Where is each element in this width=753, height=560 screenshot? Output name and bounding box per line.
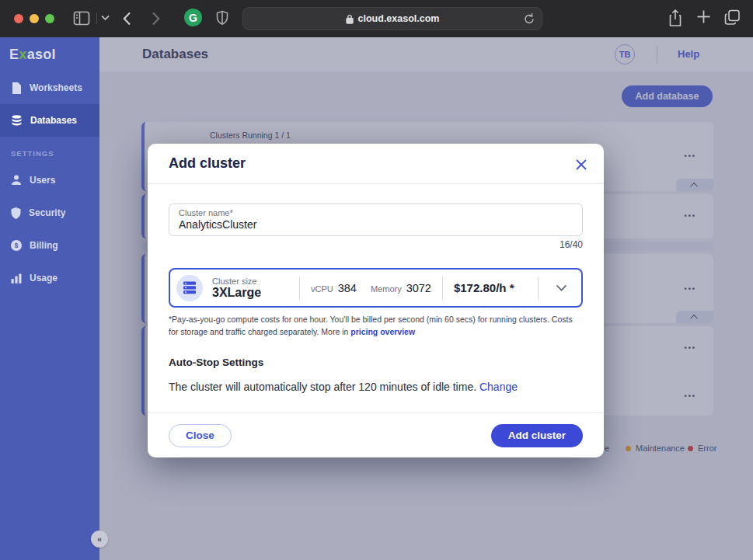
selector-divider [299, 277, 300, 300]
main-area: Databases TB Help Add database Clusters … [99, 37, 753, 560]
bar-chart-icon [11, 273, 22, 283]
exasol-logo: Exasol [0, 37, 99, 71]
cluster-size-label: Cluster size [212, 277, 288, 286]
price-value: $172.80/h * [454, 281, 514, 294]
dialog-footer: Close Add cluster [148, 412, 604, 457]
cluster-name-label: Cluster name* [179, 208, 573, 217]
lock-icon [346, 14, 354, 24]
pricing-fineprint: *Pay-as-you-go compute costs for one hou… [169, 313, 583, 339]
memory-label: Memory [371, 284, 402, 294]
pricing-overview-link[interactable]: pricing overview [350, 327, 415, 336]
cluster-size-value: 3XLarge [212, 286, 288, 300]
sidebar-item-usage[interactable]: Usage [0, 262, 99, 294]
add-cluster-button[interactable]: Add cluster [491, 424, 583, 447]
memory-spec: Memory 3072 [371, 282, 431, 294]
chevron-down-icon[interactable] [556, 284, 567, 291]
logo-text-suffix: asol [27, 47, 56, 63]
shield-icon [11, 207, 21, 219]
vcpu-label: vCPU [311, 284, 333, 294]
database-icon [11, 115, 23, 127]
vcpu-value: 384 [338, 282, 357, 294]
window-minimize-button[interactable] [30, 14, 39, 23]
add-cluster-dialog: Add cluster Cluster name* 16/40 [148, 144, 604, 457]
sidebar-item-label: Usage [30, 273, 58, 283]
close-button[interactable]: Close [169, 424, 232, 447]
privacy-shield-icon[interactable] [216, 10, 228, 26]
sidebar-item-label: Databases [30, 115, 77, 126]
sidebar-item-label: Worksheets [30, 82, 82, 93]
sidebar-item-databases[interactable]: Databases [0, 104, 99, 137]
forward-button[interactable] [152, 12, 160, 26]
page: G cloud.exasol.com [0, 0, 753, 560]
url-text: cloud.exasol.com [358, 13, 440, 24]
billing-icon: $ [11, 240, 22, 251]
autostop-text: The cluster will automatically stop afte… [169, 381, 583, 393]
sidebar-collapse-button[interactable]: « [91, 530, 108, 548]
selector-divider [538, 277, 539, 300]
sidebar-item-label: Security [29, 207, 65, 218]
dialog-title: Add cluster [169, 155, 246, 172]
close-icon[interactable] [573, 156, 590, 173]
autostop-change-link[interactable]: Change [479, 381, 518, 393]
user-icon [11, 175, 22, 186]
refresh-icon[interactable] [524, 12, 535, 28]
sidebar-item-label: Billing [30, 240, 58, 251]
char-counter: 16/40 [169, 239, 583, 250]
worksheet-icon [11, 82, 22, 94]
back-button[interactable] [123, 12, 131, 26]
window-zoom-button[interactable] [45, 14, 54, 23]
sidebar-item-worksheets[interactable]: Worksheets [0, 71, 99, 104]
cluster-size-icon [176, 275, 203, 301]
browser-chrome: G cloud.exasol.com [0, 0, 753, 37]
tab-overview-icon[interactable] [724, 9, 741, 26]
share-icon[interactable] [668, 9, 682, 27]
new-tab-icon[interactable] [696, 9, 711, 24]
sidebar-item-users[interactable]: Users [0, 164, 99, 197]
svg-text:$: $ [14, 242, 18, 249]
memory-value: 3072 [406, 282, 431, 294]
sidebar-item-billing[interactable]: $ Billing [0, 229, 99, 262]
sidebar-toggle-icon[interactable] [73, 11, 90, 26]
dialog-header: Add cluster [148, 144, 604, 184]
autostop-heading: Auto-Stop Settings [169, 357, 583, 368]
autostop-sentence: The cluster will automatically stop afte… [169, 381, 479, 393]
logo-x: x [19, 47, 26, 63]
sidebar-section-settings: SETTINGS [11, 149, 99, 158]
sidebar: Exasol Worksheets Databases SETTINGS [0, 37, 99, 560]
address-bar[interactable]: cloud.exasol.com [242, 7, 542, 30]
window-close-button[interactable] [14, 14, 23, 23]
sidebar-item-security[interactable]: Security [0, 197, 99, 229]
chevron-down-icon[interactable] [101, 15, 110, 21]
selector-divider [442, 277, 443, 300]
cluster-name-input[interactable] [179, 217, 573, 231]
cluster-size-select[interactable]: Cluster size 3XLarge vCPU 384 Memory 307… [169, 268, 583, 308]
app-window: Exasol Worksheets Databases SETTINGS [0, 37, 753, 560]
sidebar-item-label: Users [30, 175, 55, 186]
chrome-divider [96, 12, 97, 24]
cluster-name-field[interactable]: Cluster name* [169, 203, 583, 236]
grammarly-extension-icon[interactable]: G [184, 9, 202, 26]
logo-text: E [9, 47, 19, 63]
vcpu-spec: vCPU 384 [311, 282, 357, 294]
